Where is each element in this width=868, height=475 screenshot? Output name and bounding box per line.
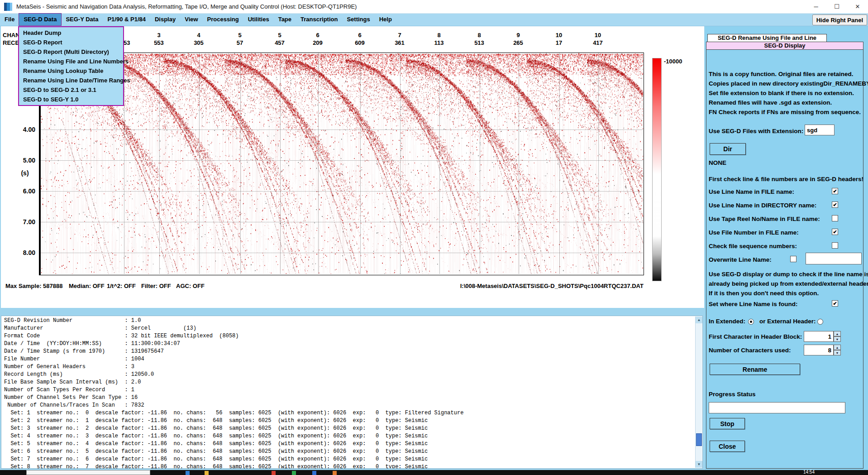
panel-info-line: FN Check reports if FNs are missing from…	[709, 109, 861, 115]
menu-item-file[interactable]: File	[0, 14, 19, 25]
checkbox-use-line-name-in-directory-name[interactable]: ✔	[832, 202, 838, 208]
progress-status-label: Progress Status	[709, 391, 756, 398]
chan-value: 7	[386, 32, 413, 38]
menu-item-p1-90-p1-84[interactable]: P1/90 & P1/84	[103, 14, 150, 25]
overwrite-input[interactable]	[806, 253, 862, 264]
rename-button[interactable]: Rename	[710, 364, 800, 375]
window-title: MetaSeis - Seismic and Navigation Data A…	[16, 3, 357, 10]
set-line-name-checkbox[interactable]: ✔	[832, 300, 838, 307]
log-scrollbar[interactable]: ▲ ▼	[695, 317, 702, 468]
check-note: First check line & file numbers are in S…	[709, 176, 863, 182]
chan-value: 6	[304, 32, 331, 38]
spinner-down-icon[interactable]: ▼	[834, 336, 841, 342]
taskbar-app-icon[interactable]	[292, 471, 296, 475]
dropdown-item-rename-using-file-and-line-numbers[interactable]: Rename Using File and Line Numbers	[19, 57, 123, 66]
dir-button[interactable]: Dir	[710, 143, 746, 155]
log-line: File Number : 1004	[4, 355, 693, 363]
dropdown-item-rename-using-line-date-time-ranges[interactable]: Rename Using Line Date/Time Ranges	[19, 76, 123, 85]
chan-row-label: CHAN	[3, 32, 20, 38]
dropdown-item-header-dump[interactable]: Header Dump	[19, 28, 123, 38]
overwrite-label: Overwrite Line Name:	[709, 256, 772, 263]
menu-item-utilities[interactable]: Utilities	[243, 14, 274, 25]
log-line: Date / Time Stamp (s from 1970) : 131967…	[4, 348, 693, 355]
status-max-sample: Max Sample: 587888	[5, 283, 62, 289]
dropdown-item-rename-using-lookup-table[interactable]: Rename Using Lookup Table	[19, 66, 123, 76]
window-titlebar: MetaSeis - Seismic and Navigation Data A…	[0, 0, 868, 14]
overwrite-checkbox[interactable]	[790, 256, 796, 262]
chan-value: 8	[425, 32, 453, 38]
menu-item-seg-y-data[interactable]: SEG-Y Data	[61, 14, 103, 25]
extension-label: Use SEG-D Files with Extension:	[709, 128, 803, 134]
taskbar-app-icon[interactable]	[333, 471, 337, 475]
log-text[interactable]: SEG-D Revision Number : 1.0Manufacturer …	[4, 317, 693, 468]
extension-input[interactable]	[805, 125, 835, 135]
menu-item-display[interactable]: Display	[150, 14, 180, 25]
log-line: Set: 2 streamer no.: 1 descale factor: -…	[4, 417, 693, 425]
scrollbar-thumb[interactable]	[696, 433, 702, 446]
menu-item-seg-d-data[interactable]: SEG-D Data	[19, 14, 61, 25]
app-icon	[4, 3, 12, 11]
menu-item-transcription[interactable]: Transcription	[296, 14, 342, 25]
checkbox-label-use-tape-reel-no-name-in-file-name: Use Tape Reel No/Name in FILE name:	[709, 216, 820, 222]
taskbar-app-icon[interactable]	[312, 471, 316, 475]
scrollbar-up-arrow-icon[interactable]: ▲	[696, 317, 702, 323]
seismic-canvas[interactable]	[41, 53, 643, 274]
taskbar-search-box[interactable]	[26, 470, 150, 475]
taskbar-app-icon[interactable]	[272, 471, 276, 475]
checkbox-label-check-file-sequence-numbers: Check file sequence numbers:	[709, 243, 797, 249]
segd-display-header[interactable]: SEG-D Display	[706, 42, 863, 50]
taskbar-app-icon[interactable]	[186, 471, 190, 475]
taskbar-clock: 14:54	[803, 470, 815, 475]
panel-info-line: Set file extension to blank if there is …	[709, 90, 854, 96]
log-line: Number of Channel Sets Per Scan Type : 1…	[4, 394, 693, 402]
close-button[interactable]: Close	[710, 441, 745, 452]
windows-taskbar[interactable]: 14:54	[0, 470, 868, 475]
menu-item-view[interactable]: View	[180, 14, 202, 25]
stop-button[interactable]: Stop	[710, 418, 745, 429]
radio-external-header[interactable]	[817, 319, 823, 325]
log-line: Set: 4 streamer no.: 3 descale factor: -…	[4, 432, 693, 440]
status-median: Median: OFF	[69, 283, 105, 289]
radio-in-extended[interactable]	[748, 319, 754, 325]
close-window-button[interactable]: ✕	[847, 0, 868, 14]
hide-right-panel-button[interactable]: Hide Right Panel	[812, 14, 867, 25]
progress-status-field[interactable]	[709, 402, 845, 413]
spinner-up-icon[interactable]: ▲	[834, 331, 841, 336]
spinner-input-number-of-characters-used[interactable]	[804, 345, 834, 355]
header-dump-log-panel: SEG-D Revision Number : 1.0Manufacturer …	[1, 316, 703, 469]
menu-item-settings[interactable]: Settings	[342, 14, 374, 25]
radio-external-label: or External Header:	[759, 318, 816, 325]
chan-value: 4	[185, 32, 212, 38]
checkbox-label-use-line-name-in-directory-name: Use Line Name in DIRECTORY name:	[709, 202, 816, 209]
taskbar-app-icon[interactable]	[205, 471, 209, 475]
rece-value: 457	[266, 39, 293, 46]
checkbox-check-file-sequence-numbers[interactable]	[832, 242, 838, 249]
panel-title-tab[interactable]: SEG-D Rename Using File and Line Numbers	[707, 34, 827, 42]
log-line: Format Code : 32 bit IEEE demultiplexed …	[4, 332, 693, 340]
spinner-input-first-character-in-header-block[interactable]	[804, 331, 834, 342]
radio-dot	[750, 321, 752, 323]
menu-item-help[interactable]: Help	[375, 14, 396, 25]
menu-item-processing[interactable]: Processing	[203, 14, 243, 25]
dropdown-item-seg-d-report-multi-directory[interactable]: SEG-D Report (Multi Directory)	[19, 47, 123, 57]
checkbox-label-use-line-name-in-file-name: Use Line Name in FILE name:	[709, 188, 794, 195]
dropdown-item-seg-d-to-seg-d-2-1-or-3-1[interactable]: SEG-D to SEG-D 2.1 or 3.1	[19, 85, 123, 95]
minimize-button[interactable]: ─	[806, 0, 826, 14]
dropdown-item-seg-d-to-seg-y-1-0[interactable]: SEG-D to SEG-Y 1.0	[19, 95, 123, 104]
spinner-label-number-of-characters-used: Number of Characters used:	[709, 347, 791, 354]
checkbox-use-tape-reel-no-name-in-file-name[interactable]	[832, 215, 838, 221]
segd-rename-panel: SEG-D Rename Using File and Line Numbers…	[705, 26, 868, 470]
radio-extended-label: In Extended:	[709, 318, 745, 325]
menu-item-tape[interactable]: Tape	[274, 14, 296, 25]
spinner-down-icon[interactable]: ▼	[834, 350, 841, 355]
checkbox-use-file-number-in-file-name[interactable]: ✔	[832, 229, 838, 235]
dropdown-item-seg-d-report[interactable]: SEG-D Report	[19, 38, 123, 47]
spinner-up-icon[interactable]: ▲	[834, 345, 841, 350]
checkbox-use-line-name-in-file-name[interactable]: ✔	[832, 188, 838, 194]
log-line: Number of Channels/Traces In Scan : 7832	[4, 402, 693, 409]
scrollbar-down-arrow-icon[interactable]: ▼	[696, 461, 702, 468]
rece-value: 17	[545, 39, 572, 46]
maximize-button[interactable]: ☐	[826, 0, 847, 14]
current-file-path: I:\008-Metaseis\DATASETS\SEG-D_SHOTS\Pqc…	[460, 283, 644, 289]
rece-value: 305	[185, 39, 212, 46]
